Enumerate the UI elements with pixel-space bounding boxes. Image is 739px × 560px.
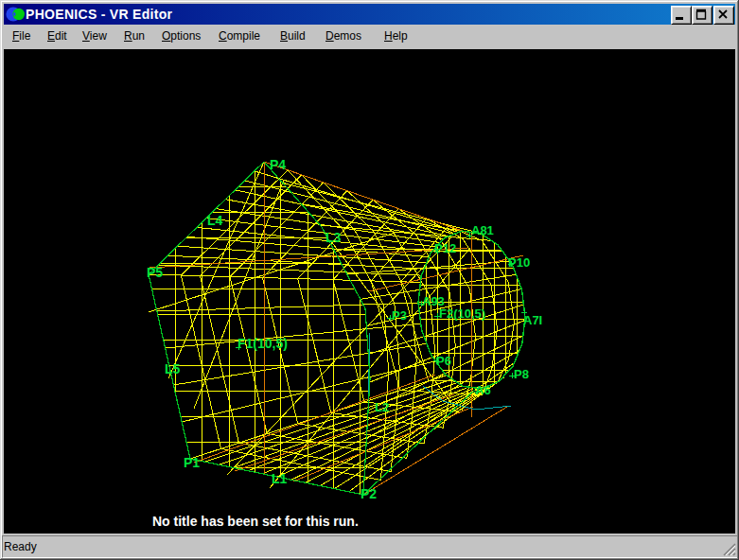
svg-text:L5: L5: [165, 361, 181, 376]
svg-text:L4: L4: [207, 213, 223, 228]
svg-text:P2: P2: [361, 486, 377, 501]
svg-text:L3: L3: [326, 230, 342, 245]
svg-text:P3: P3: [392, 308, 407, 323]
svg-text:P4: P4: [270, 157, 286, 172]
svg-text:F2(10,5): F2(10,5): [439, 306, 485, 321]
svg-text:P5: P5: [147, 265, 163, 280]
svg-text:P1: P1: [184, 455, 200, 470]
svg-text:A81: A81: [471, 223, 494, 237]
svg-text:A7I: A7I: [523, 313, 542, 327]
svg-text:L1: L1: [272, 471, 288, 486]
svg-text:L2: L2: [375, 400, 389, 414]
svg-text:F1(10,5): F1(10,5): [238, 336, 288, 351]
svg-text:P8: P8: [514, 367, 529, 381]
